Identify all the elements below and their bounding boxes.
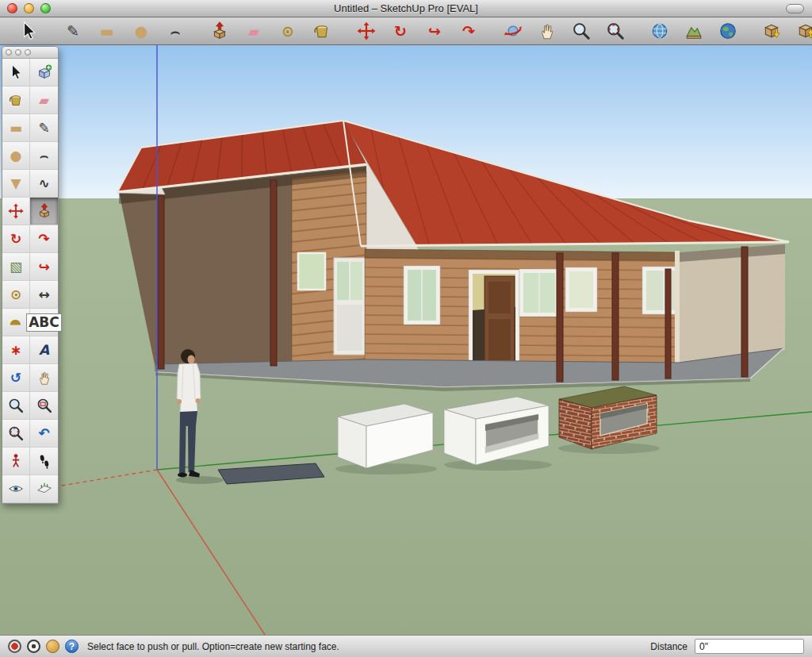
text-tool-icon: ABC [26, 313, 62, 332]
circle-tool-button[interactable]: ● [129, 20, 153, 43]
3d-viewport[interactable] [0, 45, 812, 635]
arc-tool-button[interactable]: ⌢ [163, 20, 187, 43]
select-tool-button[interactable] [17, 20, 40, 43]
warehouse-upload-icon [796, 21, 812, 41]
palette-orbit-tool[interactable]: ↺ [2, 364, 30, 392]
paint-bucket-tool-button[interactable] [310, 20, 334, 43]
get-models-button[interactable] [760, 20, 784, 43]
palette-minimize-button[interactable] [15, 49, 21, 56]
palette-zoom-extents-tool[interactable] [2, 420, 30, 448]
palette-select-tool[interactable] [2, 59, 30, 86]
orbit-tool-button[interactable] [501, 20, 525, 43]
palette-push-pull-tool[interactable] [30, 198, 58, 225]
zoom-extents-icon [605, 21, 626, 41]
circle-icon: ● [135, 24, 148, 39]
offset-tool-button[interactable]: ↪ [423, 20, 446, 43]
corner-trim [675, 251, 680, 367]
zoom-extents-icon [7, 425, 25, 442]
right-porch-wall [680, 244, 785, 367]
zoom-extents-button[interactable] [603, 20, 627, 43]
rotate-icon: ↻ [394, 24, 407, 39]
palette-move-tool[interactable] [2, 198, 30, 225]
push-pull-icon [36, 202, 53, 220]
palette-eraser-tool[interactable]: ▰ [30, 86, 58, 114]
palette-zoom-tool[interactable] [2, 392, 30, 420]
tool-palette[interactable]: ▰ ▬ ✎ ● ⌢ ▼ ∿ ↻ ↷ ▧ ↪ ⊙ ↔ ◖ ABC ∗ A ↺ ↶ [2, 46, 59, 504]
eraser-icon: ▰ [39, 94, 49, 107]
distance-input[interactable] [695, 639, 804, 654]
wing-window [298, 253, 325, 290]
globe-icon [649, 21, 670, 41]
palette-offset-tool[interactable]: ↪ [30, 253, 58, 281]
terrain-icon [684, 21, 704, 41]
palette-look-around-tool[interactable] [2, 475, 30, 503]
palette-zoom-window-tool[interactable] [30, 392, 58, 420]
toggle-terrain-button[interactable] [682, 20, 706, 43]
window-b [519, 269, 559, 317]
add-location-button[interactable] [648, 20, 672, 43]
tape-measure-icon: ⊙ [282, 24, 294, 39]
palette-axes-tool[interactable]: ∗ [2, 336, 30, 364]
toolbar-toggle-button[interactable] [786, 4, 804, 13]
zoom-tool-button[interactable] [569, 20, 593, 43]
palette-previous-view-tool[interactable]: ↶ [30, 420, 58, 448]
palette-titlebar[interactable] [2, 47, 58, 59]
pan-tool-button[interactable] [535, 20, 559, 43]
palette-rectangle-tool[interactable]: ▬ [2, 114, 30, 142]
main-toolbar: ✎ ▬ ● ⌢ ▰ ⊙ ↻ ↪ ↷ [0, 17, 812, 45]
attribution-icon[interactable] [27, 640, 40, 653]
position-camera-icon [7, 452, 25, 470]
palette-make-component-tool[interactable] [30, 59, 58, 86]
eraser-tool-button[interactable]: ▰ [242, 20, 266, 43]
eye-icon [7, 480, 25, 498]
palette-dimension-tool[interactable]: ↔ [30, 281, 58, 309]
rectangle-icon: ▬ [10, 121, 22, 135]
pencil-icon: ✎ [67, 24, 79, 39]
move-icon [7, 202, 25, 220]
zoom-window-icon [36, 397, 53, 414]
tape-measure-tool-button[interactable]: ⊙ [276, 20, 300, 43]
help-icon[interactable]: ? [65, 640, 79, 653]
follow-me-tool-button[interactable]: ↷ [457, 20, 481, 43]
pan-hand-icon [537, 21, 557, 41]
palette-rotate-tool[interactable]: ↻ [2, 225, 30, 253]
status-message: Select face to push or pull. Option=crea… [87, 641, 645, 652]
palette-line-tool[interactable]: ✎ [30, 114, 58, 142]
palette-freehand-tool[interactable]: ∿ [30, 170, 58, 198]
palette-circle-tool[interactable]: ● [2, 142, 30, 170]
orbit-icon: ↺ [10, 371, 21, 385]
palette-text-tool[interactable]: ABC [30, 309, 58, 336]
palette-arc-tool[interactable]: ⌢ [30, 142, 58, 170]
previous-view-icon: ↶ [38, 427, 49, 440]
select-cursor-icon [18, 21, 39, 41]
geolocation-icon[interactable] [8, 640, 21, 653]
palette-section-plane-tool[interactable] [30, 475, 58, 503]
palette-walk-tool[interactable] [30, 448, 58, 475]
palette-zoom-button[interactable] [25, 49, 31, 56]
warehouse-download-icon [762, 21, 783, 41]
line-tool-button[interactable]: ✎ [61, 20, 85, 43]
arc-icon: ⌢ [40, 149, 48, 163]
rotate-tool-button[interactable]: ↻ [389, 20, 412, 43]
polygon-icon: ▼ [10, 177, 21, 190]
google-earth-button[interactable] [716, 20, 740, 43]
protractor-icon: ◖ [10, 319, 23, 326]
palette-close-button[interactable] [6, 49, 12, 56]
rectangle-tool-button[interactable]: ▬ [95, 20, 119, 43]
palette-polygon-tool[interactable]: ▼ [2, 170, 30, 198]
palette-position-camera-tool[interactable] [2, 448, 30, 475]
palette-tape-measure-tool[interactable]: ⊙ [2, 281, 30, 309]
credits-icon[interactable] [46, 640, 59, 653]
wing-french-door [334, 258, 366, 355]
palette-3d-text-tool[interactable]: A [30, 336, 58, 364]
palette-scale-tool[interactable]: ▧ [2, 253, 30, 281]
section-plane-icon [36, 480, 53, 498]
share-model-button[interactable] [795, 20, 812, 43]
palette-follow-me-tool[interactable]: ↷ [30, 225, 58, 253]
window-titlebar[interactable]: Untitled – SketchUp Pro [EVAL] [0, 0, 812, 17]
tape-measure-icon: ⊙ [10, 288, 21, 302]
palette-pan-tool[interactable] [30, 364, 58, 392]
push-pull-tool-button[interactable] [208, 20, 232, 43]
move-tool-button[interactable] [354, 20, 378, 43]
palette-paint-bucket-tool[interactable] [2, 86, 30, 114]
